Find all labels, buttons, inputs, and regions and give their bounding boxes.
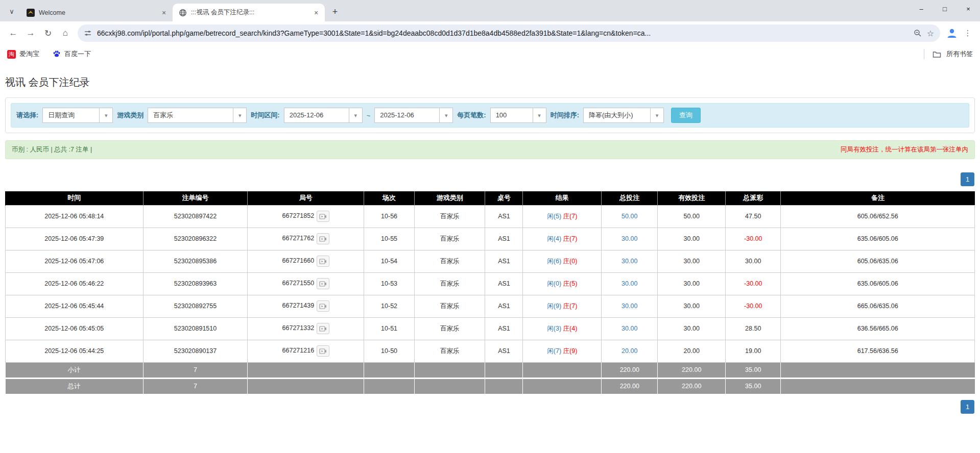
date-from-select[interactable]: 2025-12-06 ▾ xyxy=(284,108,363,123)
chevron-down-icon[interactable]: ▾ xyxy=(651,108,664,123)
close-icon[interactable]: × xyxy=(312,8,321,17)
total-payout: 35.00 xyxy=(726,378,781,394)
result-banker: 庄(5) xyxy=(563,280,578,287)
cell-total-bet: 30.00 xyxy=(602,272,658,295)
menu-icon[interactable]: ⋮ xyxy=(961,26,975,40)
cell-game-type: 百家乐 xyxy=(414,295,485,317)
maximize-icon[interactable]: □ xyxy=(933,0,957,17)
page-number-button[interactable]: 1 xyxy=(961,172,974,186)
url-text: 66cxkj98.com/ipl/portal.php/game/betreco… xyxy=(97,29,909,37)
total-bet-link[interactable]: 30.00 xyxy=(622,258,637,265)
replay-icon[interactable] xyxy=(317,211,329,222)
chevron-down-icon[interactable]: ∨ xyxy=(5,5,18,18)
column-header-bet-id: 注单编号 xyxy=(143,191,248,205)
cell-time: 2025-12-06 05:47:06 xyxy=(6,250,144,272)
date-to-select[interactable]: 2025-12-06 ▾ xyxy=(374,108,453,123)
back-icon[interactable]: ← xyxy=(5,25,21,41)
new-tab-icon[interactable]: + xyxy=(328,5,342,19)
replay-icon[interactable] xyxy=(317,278,329,289)
cell-total-bet: 30.00 xyxy=(602,250,658,272)
cell-valid-bet: 50.00 xyxy=(658,205,726,228)
cell-time: 2025-12-06 05:44:25 xyxy=(6,340,144,362)
close-window-icon[interactable]: × xyxy=(957,0,980,17)
cell-note: 635.06/605.06 xyxy=(781,228,975,250)
query-type-select[interactable]: 日期查询 ▾ xyxy=(42,108,113,123)
cell-note: 635.06/605.06 xyxy=(781,272,975,295)
search-button[interactable]: 查询 xyxy=(671,108,701,123)
total-valid-bet: 220.00 xyxy=(658,378,726,394)
subtotal-count: 7 xyxy=(143,362,248,378)
cell-round-id: 667271439 xyxy=(248,295,364,317)
total-bet-link[interactable]: 30.00 xyxy=(622,280,637,287)
cell-note: 665.06/635.06 xyxy=(781,295,975,317)
subtotal-valid-bet: 220.00 xyxy=(658,362,726,378)
cell-game-type: 百家乐 xyxy=(414,340,485,362)
folder-icon xyxy=(933,51,941,58)
page-number-button[interactable]: 1 xyxy=(961,400,974,414)
total-bet-link[interactable]: 50.00 xyxy=(622,213,637,220)
date-to-value: 2025-12-06 xyxy=(374,108,440,123)
round-id-text: 667271550 xyxy=(282,280,315,287)
replay-icon[interactable] xyxy=(317,345,329,357)
column-header-round-id: 局号 xyxy=(248,191,364,205)
table-row: 2025-12-06 05:48:14 523020897422 6672718… xyxy=(6,205,975,228)
chevron-down-icon[interactable]: ▾ xyxy=(440,108,453,123)
cell-payout: 19.00 xyxy=(726,340,781,362)
forward-icon[interactable]: → xyxy=(22,25,39,41)
column-header-note: 备注 xyxy=(781,191,975,205)
cell-total-bet: 50.00 xyxy=(602,205,658,228)
baidu-paw-icon xyxy=(53,50,61,58)
bookmarks-divider xyxy=(924,49,924,59)
sort-select[interactable]: 降幂(由大到小) ▾ xyxy=(583,108,664,123)
cell-total-bet: 20.00 xyxy=(602,340,658,362)
replay-icon[interactable] xyxy=(317,256,329,267)
profile-avatar[interactable] xyxy=(944,26,960,41)
result-player: 闲(5) xyxy=(547,213,561,220)
result-player: 闲(9) xyxy=(547,303,561,310)
chevron-down-icon[interactable]: ▾ xyxy=(233,108,247,123)
all-bookmarks-button[interactable]: 所有书签 xyxy=(946,49,973,59)
reload-icon[interactable]: ↻ xyxy=(40,25,56,41)
sort-value: 降幂(由大到小) xyxy=(583,108,651,123)
cell-table-no: AS1 xyxy=(485,295,523,317)
tab-betrecord[interactable]: :::视讯 会员下注纪录::: × xyxy=(173,4,325,21)
cell-note: 605.06/652.56 xyxy=(781,205,975,228)
game-type-label: 游戏类别 xyxy=(117,111,144,120)
total-bet-link[interactable]: 30.00 xyxy=(622,303,637,310)
cell-result: 闲(4) 庄(7) xyxy=(523,228,602,250)
table-header-row: 时间 注单编号 局号 场次 游戏类别 桌号 结果 总投注 有效投注 总派彩 备注 xyxy=(6,191,975,205)
bookmark-taobao[interactable]: 淘 爱淘宝 xyxy=(7,49,39,59)
currency-summary-text: 币别 : 人民币 | 总共 :7 注单 | xyxy=(12,145,92,154)
game-type-select[interactable]: 百家乐 ▾ xyxy=(148,108,247,123)
minimize-icon[interactable]: – xyxy=(910,0,933,17)
column-header-game: 游戏类别 xyxy=(414,191,485,205)
total-bet-link[interactable]: 30.00 xyxy=(622,235,637,242)
tab-welcome[interactable]: Welcome × xyxy=(20,4,173,21)
table-row: 2025-12-06 05:44:25 523020890137 6672712… xyxy=(6,340,975,362)
cell-result: 闲(3) 庄(4) xyxy=(523,317,602,340)
replay-icon[interactable] xyxy=(317,233,329,244)
url-bar[interactable]: 66cxkj98.com/ipl/portal.php/game/betreco… xyxy=(78,24,940,42)
pagination-bottom: 1 xyxy=(5,400,974,414)
bookmark-star-icon[interactable]: ☆ xyxy=(927,29,934,38)
total-bet-link[interactable]: 30.00 xyxy=(622,325,637,332)
home-icon[interactable]: ⌂ xyxy=(57,25,74,41)
page-size-select[interactable]: 100 ▾ xyxy=(490,108,546,123)
total-bet-link[interactable]: 20.00 xyxy=(622,347,637,355)
chevron-down-icon[interactable]: ▾ xyxy=(349,108,363,123)
site-info-icon[interactable] xyxy=(84,29,92,37)
zoom-icon[interactable] xyxy=(914,29,922,37)
chevron-down-icon[interactable]: ▾ xyxy=(533,108,546,123)
bookmark-baidu[interactable]: 百度一下 xyxy=(53,49,91,59)
cell-table-no: AS1 xyxy=(485,250,523,272)
cell-total-bet: 30.00 xyxy=(602,228,658,250)
cell-note: 617.56/636.56 xyxy=(781,340,975,362)
chevron-down-icon[interactable]: ▾ xyxy=(100,108,113,123)
tab-title: :::视讯 会员下注纪录::: xyxy=(191,8,307,17)
close-icon[interactable]: × xyxy=(159,8,169,17)
page-size-value: 100 xyxy=(490,108,533,123)
summary-bar: 币别 : 人民币 | 总共 :7 注单 | 同局有效投注，统一计算在该局第一张注… xyxy=(5,140,975,159)
replay-icon[interactable] xyxy=(317,323,329,334)
replay-icon[interactable] xyxy=(317,300,329,312)
round-id-text: 667271852 xyxy=(282,212,315,219)
